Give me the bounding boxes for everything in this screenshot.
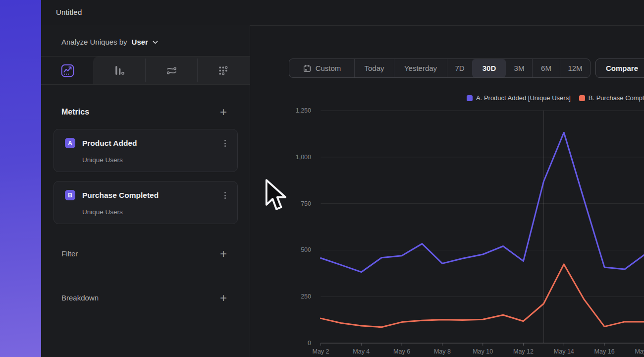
line-chart: 02505007501,0001,250May 2May 4May 6May 8…	[250, 25, 644, 357]
metric-measurement[interactable]: Unique Users	[82, 156, 123, 165]
x-axis-label: May 10	[473, 348, 493, 355]
x-axis-label: May 6	[393, 348, 410, 355]
add-breakdown-button[interactable]: +	[217, 292, 230, 305]
metric-card-a[interactable]: A Product Added Unique Users	[54, 129, 238, 172]
retention-grid-icon	[217, 64, 229, 77]
y-axis-label: 750	[301, 200, 311, 207]
metric-measurement[interactable]: Unique Users	[82, 208, 123, 217]
x-axis-label: May 18	[635, 348, 644, 355]
y-axis-label: 1,000	[296, 154, 311, 161]
y-axis-label: 500	[301, 246, 311, 253]
add-filter-button[interactable]: +	[217, 248, 230, 261]
metrics-heading: Metrics	[61, 108, 89, 117]
y-axis-label: 1,250	[296, 107, 311, 114]
sidebar-divider	[41, 84, 250, 85]
series-line-a	[321, 132, 644, 272]
tab-bar-chart[interactable]	[105, 57, 133, 84]
breakdown-heading: Breakdown	[61, 294, 99, 302]
metric-name[interactable]: Purchase Completed	[82, 190, 159, 201]
metric-badge: B	[65, 190, 75, 200]
metric-card-b[interactable]: B Purchase Completed Unique Users	[54, 181, 238, 224]
kebab-menu-icon[interactable]	[219, 138, 230, 149]
analyze-by-label: Analyze Uniques by	[61, 38, 127, 46]
screen: Untitled Analyze Uniques by User	[0, 0, 644, 357]
x-axis-label: May 14	[554, 348, 574, 355]
tab-retention[interactable]	[209, 57, 237, 84]
x-axis-label: May 16	[594, 348, 615, 355]
x-axis-label: May 4	[353, 348, 370, 355]
metric-badge: A	[65, 138, 75, 148]
filter-heading: Filter	[61, 249, 78, 258]
flow-icon	[165, 64, 178, 77]
chevron-down-icon	[153, 41, 158, 44]
background-gradient	[0, 0, 41, 357]
y-axis-label: 0	[308, 340, 311, 347]
tab-line-chart[interactable]	[54, 57, 81, 84]
tab-flows[interactable]	[158, 57, 185, 84]
y-axis-label: 250	[301, 293, 311, 300]
x-axis-label: May 8	[434, 348, 451, 355]
tab-divider	[197, 59, 198, 82]
tab-divider	[145, 59, 146, 82]
report-title[interactable]: Untitled	[56, 2, 82, 22]
series-line-b	[321, 264, 644, 327]
line-chart-icon	[61, 64, 74, 77]
analyze-by-value[interactable]: User	[132, 38, 148, 46]
kebab-menu-icon[interactable]	[219, 190, 230, 201]
mouse-cursor	[264, 178, 288, 214]
metric-name[interactable]: Product Added	[82, 138, 137, 149]
x-axis-label: May 2	[312, 348, 329, 355]
analyze-by-row[interactable]: Analyze Uniques by User	[61, 36, 158, 47]
add-metric-button[interactable]: +	[217, 106, 230, 119]
bar-chart-icon	[113, 64, 125, 77]
x-axis-label: May 12	[513, 348, 534, 355]
